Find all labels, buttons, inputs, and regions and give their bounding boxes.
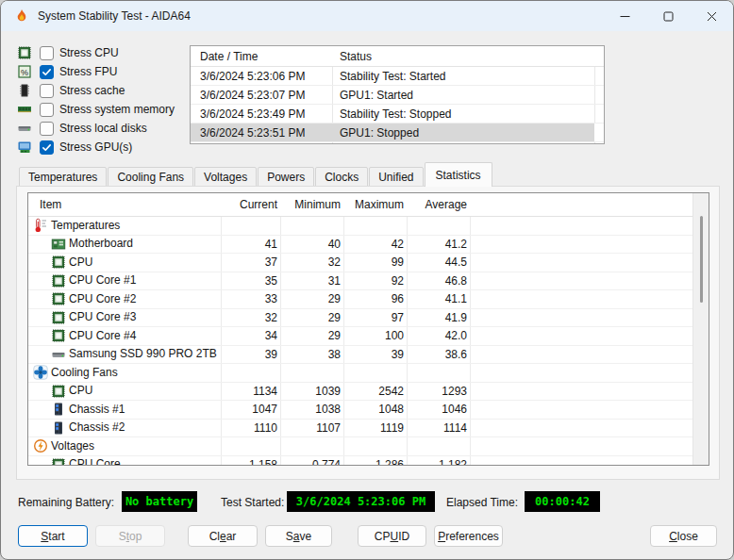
close-icon	[707, 11, 717, 22]
close-button[interactable]: Close	[650, 525, 717, 547]
tab-powers[interactable]: Powers	[258, 167, 314, 187]
close-window-button[interactable]	[690, 1, 733, 31]
stats-header-maximum[interactable]: Maximum	[349, 193, 404, 217]
window-title: System Stability Test - AIDA64	[38, 9, 191, 23]
start-label-post: tart	[48, 530, 64, 543]
save-button[interactable]: Save	[265, 525, 332, 547]
stats-value: 1134	[223, 383, 277, 402]
stress-checkbox-stress-cache[interactable]	[40, 84, 54, 98]
stats-value: 31	[286, 272, 341, 291]
stats-row-head: Motherboard	[28, 236, 133, 254]
stop-button[interactable]: Stop	[95, 525, 165, 547]
stats-header-average[interactable]: Average	[412, 193, 467, 217]
stats-item-label: Motherboard	[69, 235, 133, 254]
tab-clocks[interactable]: Clocks	[315, 167, 368, 187]
save-label-key: a	[293, 530, 300, 543]
stress-option-stress-local-disks: Stress local disks	[17, 119, 189, 138]
tab-voltages[interactable]: Voltages	[194, 167, 257, 187]
stats-row-cpu-core-3[interactable]: CPU Core #332299741.9	[28, 309, 709, 328]
preferences-button[interactable]: Preferences	[434, 525, 503, 547]
stats-header-minimum[interactable]: Minimum	[286, 193, 341, 217]
stats-row-cpu-core-1[interactable]: CPU Core #135319246.8	[28, 272, 709, 291]
stats-row-head: CPU Core #2	[28, 290, 136, 308]
stats-header-current[interactable]: Current	[223, 193, 277, 217]
stats-row-voltages[interactable]: Voltages	[28, 437, 709, 456]
log-row[interactable]: 3/6/2024 5:23:07 PMGPU1: Started	[191, 86, 604, 105]
stats-value: 34	[223, 327, 277, 346]
stats-row-cpu-core-4[interactable]: CPU Core #4342910042.0	[28, 327, 709, 346]
stats-value: 1119	[349, 420, 404, 438]
stats-value: 38	[286, 346, 341, 365]
vertical-scrollbar[interactable]	[692, 193, 709, 465]
stats-row-chassis-2[interactable]: Chassis #21110110711191114	[28, 420, 709, 438]
stats-value: 39	[223, 346, 277, 365]
minimize-button[interactable]	[603, 1, 646, 31]
log-time-cell: 3/6/2024 5:23:07 PM	[200, 86, 305, 105]
stats-item-label: CPU Core	[69, 455, 121, 466]
stats-row-cpu-core[interactable]: CPU Core1.1580.7741.2861.182	[28, 456, 709, 467]
stress-option-label: Stress CPU	[59, 46, 119, 59]
memory-icon	[17, 102, 32, 117]
stats-value: 1039	[286, 383, 341, 402]
stress-option-stress-cpu: Stress CPU	[17, 43, 189, 62]
stress-option-label: Stress GPU(s)	[59, 140, 132, 154]
stats-value: 41.2	[412, 236, 467, 255]
stats-row-head: CPU Core	[28, 456, 121, 467]
stats-row-cooling-fans[interactable]: Cooling Fans	[28, 364, 709, 383]
stats-item-label: CPU	[69, 254, 92, 272]
statistics-table: Item Current Minimum Maximum Average Tem…	[27, 192, 709, 466]
log-header-status[interactable]: Status	[340, 46, 372, 67]
fpu-icon: %	[17, 64, 32, 79]
test-started-label: Test Started:	[221, 496, 284, 509]
stats-item-label: Temperatures	[51, 217, 120, 236]
stress-option-label: Stress system memory	[59, 103, 175, 116]
stop-label-pre: S	[119, 530, 126, 543]
stats-row-samsung-ssd-990-pro-2tb[interactable]: Samsung SSD 990 PRO 2TB39383938.6	[28, 346, 709, 365]
log-header-datetime[interactable]: Date / Time	[200, 46, 258, 67]
log-row[interactable]: 3/6/2024 5:23:51 PMGPU1: Stopped	[191, 124, 604, 142]
statistics-tab-page: Item Current Minimum Maximum Average Tem…	[16, 186, 720, 480]
stress-checkbox-stress-cpu[interactable]	[40, 46, 54, 60]
log-row[interactable]: 3/6/2024 5:23:49 PMStability Test: Stopp…	[191, 105, 604, 124]
tab-strip: TemperaturesCooling FansVoltagesPowersCl…	[19, 162, 493, 187]
log-time-cell: 3/6/2024 5:23:51 PM	[200, 124, 305, 142]
maximize-button[interactable]	[646, 1, 690, 31]
stats-header-item[interactable]: Item	[40, 193, 61, 217]
tab-temperatures[interactable]: Temperatures	[19, 167, 107, 187]
log-row[interactable]: 3/6/2024 5:23:06 PMStability Test: Start…	[191, 67, 604, 86]
clear-button[interactable]: Clear	[188, 525, 258, 547]
log-status-cell: Stability Test: Started	[340, 67, 446, 86]
stress-checkbox-stress-fpu[interactable]	[40, 65, 54, 79]
stress-checkbox-stress-gpu-s[interactable]	[40, 140, 54, 155]
stress-checkbox-stress-local-disks[interactable]	[40, 122, 54, 136]
tab-unified[interactable]: Unified	[369, 167, 423, 187]
stats-row-cpu[interactable]: CPU1134103925421293	[28, 383, 709, 402]
clear-label-key: e	[220, 530, 226, 543]
preferences-label-key: P	[438, 530, 445, 543]
stats-row-cpu[interactable]: CPU37329944.5	[28, 254, 709, 272]
stats-row-motherboard[interactable]: Motherboard41404241.2	[28, 236, 709, 255]
stats-item-label: CPU Core #4	[69, 327, 136, 346]
log-status-cell: GPU1: Stopped	[340, 124, 419, 142]
maximize-icon	[663, 11, 674, 22]
start-button[interactable]: Start	[18, 525, 88, 547]
stress-option-stress-fpu: %Stress FPU	[17, 62, 189, 81]
test-started-value: 3/6/2024 5:23:06 PM	[287, 491, 435, 512]
stats-row-head: Temperatures	[28, 217, 120, 235]
stats-row-temperatures[interactable]: Temperatures	[28, 217, 709, 236]
stats-item-label: CPU Core #1	[69, 272, 136, 290]
stability-test-window: System Stability Test - AIDA64 Stress CP…	[0, 0, 734, 560]
scrollbar-thumb[interactable]	[700, 216, 703, 303]
stats-value: 42	[349, 236, 404, 255]
log-time-cell: 3/6/2024 5:23:49 PM	[200, 105, 305, 124]
stats-value: 46.8	[412, 272, 467, 291]
cpuid-button[interactable]: CPUID	[358, 525, 426, 547]
tab-statistics[interactable]: Statistics	[425, 162, 492, 187]
tab-cooling-fans[interactable]: Cooling Fans	[108, 167, 193, 187]
stats-row-chassis-1[interactable]: Chassis #11047103810481046	[28, 401, 709, 420]
disk-icon	[51, 347, 66, 362]
cpu-icon	[51, 255, 66, 270]
stats-row-head: Chassis #2	[28, 420, 125, 437]
stress-checkbox-stress-system-memory[interactable]	[40, 103, 54, 117]
stats-row-cpu-core-2[interactable]: CPU Core #233299641.1	[28, 290, 709, 309]
